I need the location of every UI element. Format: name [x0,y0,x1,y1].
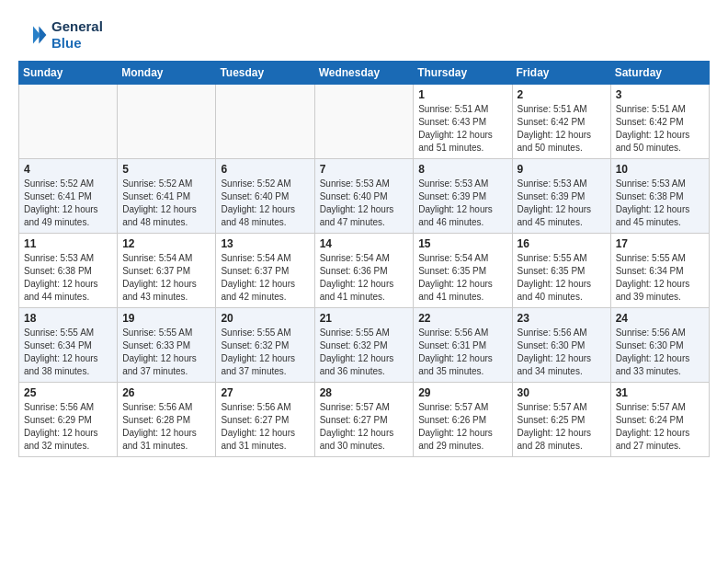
calendar-cell: 6Sunrise: 5:52 AM Sunset: 6:40 PM Daylig… [216,159,314,234]
day-info: Sunrise: 5:53 AM Sunset: 6:38 PM Dayligh… [616,178,704,229]
calendar-cell: 26Sunrise: 5:56 AM Sunset: 6:28 PM Dayli… [118,383,216,457]
calendar-cell: 12Sunrise: 5:54 AM Sunset: 6:37 PM Dayli… [118,234,216,308]
day-number: 28 [320,386,409,399]
day-info: Sunrise: 5:57 AM Sunset: 6:25 PM Dayligh… [518,401,606,453]
day-number: 19 [122,312,210,325]
logo-icon [18,20,48,50]
day-info: Sunrise: 5:54 AM Sunset: 6:37 PM Dayligh… [122,252,210,304]
calendar-cell: 17Sunrise: 5:55 AM Sunset: 6:34 PM Dayli… [610,234,709,308]
day-number: 3 [616,88,704,101]
day-info: Sunrise: 5:55 AM Sunset: 6:32 PM Dayligh… [320,327,409,378]
day-info: Sunrise: 5:57 AM Sunset: 6:24 PM Dayligh… [616,401,704,453]
day-number: 1 [418,88,506,101]
calendar-header-row: SundayMondayTuesdayWednesdayThursdayFrid… [19,62,710,85]
day-number: 20 [221,312,309,325]
day-number: 31 [616,386,704,399]
day-number: 30 [518,386,606,399]
day-info: Sunrise: 5:56 AM Sunset: 6:29 PM Dayligh… [24,401,112,453]
day-number: 4 [24,163,112,176]
day-number: 10 [616,163,704,176]
day-number: 16 [518,237,606,250]
calendar-cell: 25Sunrise: 5:56 AM Sunset: 6:29 PM Dayli… [19,383,118,457]
week-row-4: 18Sunrise: 5:55 AM Sunset: 6:34 PM Dayli… [19,308,710,383]
day-info: Sunrise: 5:53 AM Sunset: 6:39 PM Dayligh… [518,178,606,229]
day-info: Sunrise: 5:56 AM Sunset: 6:30 PM Dayligh… [616,327,704,378]
day-number: 18 [24,312,112,325]
day-info: Sunrise: 5:54 AM Sunset: 6:37 PM Dayligh… [221,252,309,304]
calendar-cell: 19Sunrise: 5:55 AM Sunset: 6:33 PM Dayli… [118,308,216,383]
day-info: Sunrise: 5:55 AM Sunset: 6:34 PM Dayligh… [616,252,704,304]
header-tuesday: Tuesday [216,62,314,85]
day-info: Sunrise: 5:54 AM Sunset: 6:36 PM Dayligh… [320,252,409,304]
day-number: 24 [616,312,704,325]
logo: General Blue [18,18,103,52]
calendar-cell: 30Sunrise: 5:57 AM Sunset: 6:25 PM Dayli… [512,383,610,457]
day-number: 27 [221,386,309,399]
day-info: Sunrise: 5:56 AM Sunset: 6:30 PM Dayligh… [518,327,606,378]
calendar-cell [216,85,314,159]
day-info: Sunrise: 5:51 AM Sunset: 6:42 PM Dayligh… [616,103,704,155]
calendar-cell: 9Sunrise: 5:53 AM Sunset: 6:39 PM Daylig… [512,159,610,234]
calendar-cell: 18Sunrise: 5:55 AM Sunset: 6:34 PM Dayli… [19,308,118,383]
day-info: Sunrise: 5:55 AM Sunset: 6:33 PM Dayligh… [122,327,210,378]
day-info: Sunrise: 5:53 AM Sunset: 6:38 PM Dayligh… [24,252,112,304]
calendar-cell: 28Sunrise: 5:57 AM Sunset: 6:27 PM Dayli… [314,383,414,457]
day-number: 7 [320,163,409,176]
day-info: Sunrise: 5:51 AM Sunset: 6:43 PM Dayligh… [418,103,506,155]
day-number: 9 [518,163,606,176]
calendar-cell: 21Sunrise: 5:55 AM Sunset: 6:32 PM Dayli… [314,308,414,383]
header-thursday: Thursday [414,62,512,85]
header-sunday: Sunday [19,62,118,85]
calendar-cell [19,85,118,159]
calendar-cell: 31Sunrise: 5:57 AM Sunset: 6:24 PM Dayli… [610,383,709,457]
day-number: 17 [616,237,704,250]
day-number: 11 [24,237,112,250]
header-monday: Monday [118,62,216,85]
week-row-2: 4Sunrise: 5:52 AM Sunset: 6:41 PM Daylig… [19,159,710,234]
day-info: Sunrise: 5:55 AM Sunset: 6:35 PM Dayligh… [518,252,606,304]
calendar-cell [118,85,216,159]
day-number: 12 [122,237,210,250]
day-number: 15 [418,237,506,250]
day-info: Sunrise: 5:55 AM Sunset: 6:34 PM Dayligh… [24,327,112,378]
calendar-cell: 8Sunrise: 5:53 AM Sunset: 6:39 PM Daylig… [414,159,512,234]
calendar-cell: 4Sunrise: 5:52 AM Sunset: 6:41 PM Daylig… [19,159,118,234]
calendar-cell: 16Sunrise: 5:55 AM Sunset: 6:35 PM Dayli… [512,234,610,308]
calendar-cell: 13Sunrise: 5:54 AM Sunset: 6:37 PM Dayli… [216,234,314,308]
calendar-cell: 29Sunrise: 5:57 AM Sunset: 6:26 PM Dayli… [414,383,512,457]
day-info: Sunrise: 5:53 AM Sunset: 6:40 PM Dayligh… [320,178,409,229]
day-info: Sunrise: 5:52 AM Sunset: 6:41 PM Dayligh… [24,178,112,229]
day-info: Sunrise: 5:57 AM Sunset: 6:26 PM Dayligh… [418,401,506,453]
calendar-cell: 10Sunrise: 5:53 AM Sunset: 6:38 PM Dayli… [610,159,709,234]
calendar-cell: 22Sunrise: 5:56 AM Sunset: 6:31 PM Dayli… [414,308,512,383]
day-info: Sunrise: 5:57 AM Sunset: 6:27 PM Dayligh… [320,401,409,453]
calendar-cell: 3Sunrise: 5:51 AM Sunset: 6:42 PM Daylig… [610,85,709,159]
day-number: 22 [418,312,506,325]
day-number: 2 [518,88,606,101]
day-info: Sunrise: 5:56 AM Sunset: 6:27 PM Dayligh… [221,401,309,453]
day-number: 14 [320,237,409,250]
calendar-cell: 15Sunrise: 5:54 AM Sunset: 6:35 PM Dayli… [414,234,512,308]
calendar-cell: 27Sunrise: 5:56 AM Sunset: 6:27 PM Dayli… [216,383,314,457]
day-number: 23 [518,312,606,325]
calendar-cell [314,85,414,159]
calendar-cell: 24Sunrise: 5:56 AM Sunset: 6:30 PM Dayli… [610,308,709,383]
day-number: 13 [221,237,309,250]
header-saturday: Saturday [610,62,709,85]
calendar-cell: 11Sunrise: 5:53 AM Sunset: 6:38 PM Dayli… [19,234,118,308]
day-info: Sunrise: 5:55 AM Sunset: 6:32 PM Dayligh… [221,327,309,378]
day-number: 25 [24,386,112,399]
page-header: General Blue [18,18,710,52]
day-info: Sunrise: 5:56 AM Sunset: 6:31 PM Dayligh… [418,327,506,378]
calendar-cell: 7Sunrise: 5:53 AM Sunset: 6:40 PM Daylig… [314,159,414,234]
calendar-cell: 1Sunrise: 5:51 AM Sunset: 6:43 PM Daylig… [414,85,512,159]
calendar-cell: 5Sunrise: 5:52 AM Sunset: 6:41 PM Daylig… [118,159,216,234]
week-row-1: 1Sunrise: 5:51 AM Sunset: 6:43 PM Daylig… [19,85,710,159]
week-row-3: 11Sunrise: 5:53 AM Sunset: 6:38 PM Dayli… [19,234,710,308]
day-info: Sunrise: 5:53 AM Sunset: 6:39 PM Dayligh… [418,178,506,229]
day-number: 29 [418,386,506,399]
day-info: Sunrise: 5:54 AM Sunset: 6:35 PM Dayligh… [418,252,506,304]
day-info: Sunrise: 5:56 AM Sunset: 6:28 PM Dayligh… [122,401,210,453]
day-number: 5 [122,163,210,176]
day-number: 6 [221,163,309,176]
